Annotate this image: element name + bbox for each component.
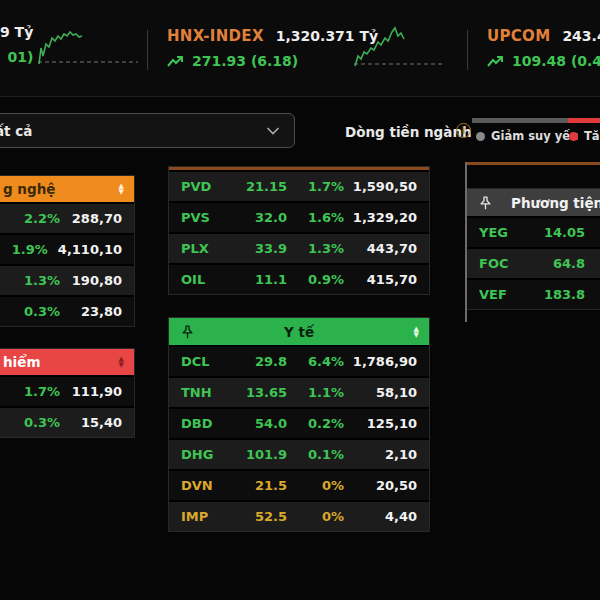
cell-val: 1,329,20 <box>344 210 417 225</box>
stock-row[interactable]: DHG101.90.1%2,10 <box>169 438 429 469</box>
cell-pct: 1.7% <box>24 384 60 399</box>
sector-header-media[interactable]: Phương tiện t <box>467 189 600 216</box>
cell-price: 52.5 <box>235 509 287 524</box>
legend-label: Tă <box>584 129 600 143</box>
cell-sym: DCL <box>181 354 235 369</box>
cell-sym: DHG <box>181 447 235 462</box>
legend-option-weak[interactable]: Giảm suy yếu <box>476 129 578 143</box>
cell-price: 54.0 <box>235 416 287 431</box>
sort-icon[interactable]: ▲▼ <box>119 183 124 195</box>
cell-price: 11.1 <box>235 272 287 287</box>
trend-up-icon <box>487 55 505 68</box>
divider <box>147 30 148 70</box>
ticker-left-partial: 9 Tỷ 01) <box>0 24 33 65</box>
stock-row[interactable]: PLX33.91.3%443,70 <box>169 232 429 263</box>
cell-pct: 1.3% <box>287 241 344 256</box>
stock-row[interactable]: FOC64.8 <box>467 247 600 278</box>
sort-icon[interactable]: ▲▼ <box>414 326 419 338</box>
cell-pct: 1.9% <box>12 242 48 257</box>
cell-pct: 1.3% <box>24 273 60 288</box>
cell-pct: 1.6% <box>287 210 344 225</box>
cell-price: 183.8 <box>533 287 585 302</box>
cell-sym: FOC <box>479 256 533 271</box>
sparkline-chart-icon <box>36 26 140 66</box>
stock-row[interactable]: 2.2%288,70 <box>0 202 134 233</box>
cell-price: 29.8 <box>235 354 287 369</box>
index-name: HNX-INDEX <box>167 27 264 45</box>
sector-header-technology[interactable]: g nghệ ▲▼ <box>0 176 134 202</box>
stock-row[interactable]: 0.3%23,80 <box>0 295 134 326</box>
cell-pct: 1.1% <box>287 385 344 400</box>
info-icon[interactable]: i <box>456 123 471 138</box>
legend-option-strong[interactable]: Tă <box>569 129 600 143</box>
cell-val: 4,40 <box>344 509 417 524</box>
cell-val: 23,80 <box>70 304 122 319</box>
cell-val: 111,90 <box>70 384 122 399</box>
cell-val: 1,786,90 <box>344 354 417 369</box>
chevron-down-icon <box>266 127 280 135</box>
cell-sym: OIL <box>181 272 235 287</box>
stock-row[interactable]: VEF183.8 <box>467 278 600 309</box>
cell-pct: 0.3% <box>24 304 60 319</box>
cell-val: 288,70 <box>70 211 122 226</box>
ticker-upcom: UPCOM 243.408 109.48 (0.46) <box>487 27 600 69</box>
sector-panel-oil-gas: PVD21.151.7%1,590,50PVS32.01.6%1,329,20P… <box>168 166 430 295</box>
cell-sym: PLX <box>181 241 235 256</box>
cell-sym: TNH <box>181 385 235 400</box>
sector-title: g nghệ <box>3 181 55 197</box>
sector-filter-dropdown[interactable]: ất cả <box>0 113 295 148</box>
cell-val: 125,10 <box>344 416 417 431</box>
sector-header-healthcare[interactable]: Y tế ▲▼ <box>169 318 429 345</box>
stock-rows: YEG14.05FOC64.8VEF183.8 <box>467 216 600 309</box>
index-change: 109.48 (0.46) <box>512 53 600 69</box>
cell-sym: PVD <box>181 179 235 194</box>
sector-panel-technology: g nghệ ▲▼ 2.2%288,701.9%4,110,101.3%190,… <box>0 175 135 327</box>
stock-row[interactable]: DBD54.00.2%125,10 <box>169 407 429 438</box>
cell-sym: YEG <box>479 225 533 240</box>
stock-row[interactable]: YEG14.05 <box>467 216 600 247</box>
stock-row[interactable]: IMP52.50%4,40 <box>169 500 429 531</box>
stock-row[interactable]: PVD21.151.7%1,590,50 <box>169 170 429 201</box>
stock-row[interactable]: PVS32.01.6%1,329,20 <box>169 201 429 232</box>
stock-row[interactable]: DVN21.50%20,50 <box>169 469 429 500</box>
stock-row[interactable]: TNH13.651.1%58,10 <box>169 376 429 407</box>
cell-price: 64.8 <box>533 256 585 271</box>
cell-price: 21.15 <box>235 179 287 194</box>
sector-title: Phương tiện t <box>511 195 600 211</box>
cell-sym: DVN <box>181 478 235 493</box>
cell-pct: 0.2% <box>287 416 344 431</box>
cell-pct: 1.7% <box>287 179 344 194</box>
money-flow-label: Dòng tiền ngành <box>345 124 472 140</box>
cell-pct: 2.2% <box>24 211 60 226</box>
cell-val: 1,590,50 <box>344 179 417 194</box>
cell-price: 101.9 <box>235 447 287 462</box>
legend-label: Giảm suy yếu <box>491 129 578 143</box>
index-name: UPCOM <box>487 27 550 45</box>
cell-price: 33.9 <box>235 241 287 256</box>
trend-up-icon <box>167 55 185 68</box>
stock-row[interactable]: 1.9%4,110,10 <box>0 233 134 264</box>
stock-rows: 1.7%111,900.3%15,40 <box>0 375 134 437</box>
stock-rows: PVD21.151.7%1,590,50PVS32.01.6%1,329,20P… <box>169 170 429 294</box>
cell-price: 14.05 <box>533 225 585 240</box>
gray-dot-icon <box>476 132 485 141</box>
cell-val: 58,10 <box>344 385 417 400</box>
red-dot-icon <box>569 132 578 141</box>
cell-sym: PVS <box>181 210 235 225</box>
stock-rows: 2.2%288,701.9%4,110,101.3%190,800.3%23,8… <box>0 202 134 326</box>
stock-row[interactable]: DCL29.86.4%1,786,90 <box>169 345 429 376</box>
cell-val: 2,10 <box>344 447 417 462</box>
cut-header-edge <box>465 162 600 165</box>
sparkline-chart-icon <box>352 24 447 68</box>
sector-panel-healthcare: Y tế ▲▼ DCL29.86.4%1,786,90TNH13.651.1%5… <box>168 317 430 532</box>
cell-val: 15,40 <box>70 415 122 430</box>
sector-header-insurance[interactable]: hiểm ▲▼ <box>0 349 134 375</box>
stock-row[interactable]: 1.7%111,90 <box>0 375 134 406</box>
ticker-hnx: HNX-INDEX 1,320.371 Tỷ 271.93 (6.18) <box>167 27 378 69</box>
cell-sym: IMP <box>181 509 235 524</box>
sort-icon[interactable]: ▲▼ <box>119 356 124 368</box>
stock-row[interactable]: 0.3%15,40 <box>0 406 134 437</box>
stock-row[interactable]: OIL11.10.9%415,70 <box>169 263 429 294</box>
stock-row[interactable]: 1.3%190,80 <box>0 264 134 295</box>
pin-icon[interactable] <box>479 196 492 210</box>
